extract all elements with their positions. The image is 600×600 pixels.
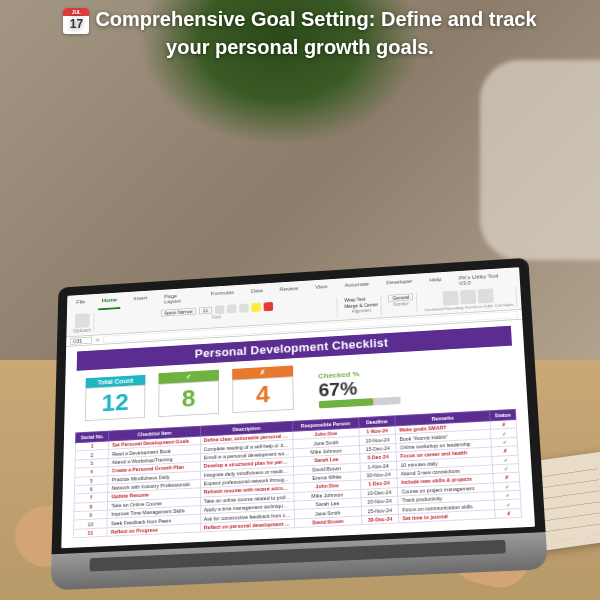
page-title: JUL 17 Comprehensive Goal Setting: Defin… xyxy=(0,6,600,60)
card-percent: Checked % 67% xyxy=(318,367,401,408)
tab-developer[interactable]: Developer xyxy=(382,276,416,292)
cell-styles-label: Cell Styles xyxy=(495,302,514,308)
font-size-select[interactable]: 11 xyxy=(199,307,212,315)
title-line-1: Comprehensive Goal Setting: Define and t… xyxy=(95,8,536,30)
merge-center-button[interactable]: Merge & Center xyxy=(344,302,378,309)
tab-formulas[interactable]: Formulas xyxy=(207,287,238,303)
name-box[interactable]: O31 xyxy=(70,336,92,344)
card-unchecked-value: 4 xyxy=(232,376,294,413)
bold-icon[interactable] xyxy=(215,305,224,314)
group-alignment-label: Alignment xyxy=(352,308,371,314)
tab-home[interactable]: Home xyxy=(98,295,121,310)
tab-page-layout[interactable]: Page Layout xyxy=(160,290,197,306)
italic-icon[interactable] xyxy=(227,304,236,313)
paste-icon[interactable] xyxy=(75,313,90,328)
card-percent-value: 67% xyxy=(318,378,357,401)
excel-window: File Home Insert Page Layout Formulas Da… xyxy=(61,267,535,548)
laptop-screen: File Home Insert Page Layout Formulas Da… xyxy=(52,258,546,555)
group-styles: Conditional Formatting Format as Table C… xyxy=(421,287,518,312)
cell-styles-icon[interactable] xyxy=(478,288,494,303)
checklist-table: Serial No. Checklist Item Description Re… xyxy=(73,409,522,539)
title-line-2: your personal growth goals. xyxy=(0,34,600,60)
format-table-icon[interactable] xyxy=(460,289,476,304)
person-blur xyxy=(480,60,600,260)
font-name-select[interactable]: Aptos Narrow xyxy=(161,307,197,316)
card-checked-value: 8 xyxy=(158,380,219,417)
card-total: Total Count 12 xyxy=(85,375,146,421)
group-alignment: Wrap Text Merge & Center Alignment xyxy=(341,295,382,317)
fx-icon[interactable]: fx xyxy=(96,337,100,342)
calendar-icon: JUL 17 xyxy=(63,8,89,34)
calendar-day: 17 xyxy=(63,16,89,34)
tab-automate[interactable]: Automate xyxy=(341,279,373,295)
laptop: File Home Insert Page Layout Formulas Da… xyxy=(51,258,548,591)
cell-status: ✗ xyxy=(495,508,521,518)
cell-serial: 11 xyxy=(73,527,107,537)
tab-review[interactable]: Review xyxy=(276,283,302,299)
group-clipboard: Clipboard xyxy=(70,313,95,334)
fill-color-icon[interactable] xyxy=(251,303,261,312)
cell-person: David Brown xyxy=(295,516,362,528)
tab-data[interactable]: Data xyxy=(247,286,267,301)
fmt-table-label: Format as Table xyxy=(465,303,493,309)
calendar-month: JUL xyxy=(63,8,89,16)
group-clipboard-label: Clipboard xyxy=(73,328,91,333)
group-number: General Number xyxy=(385,293,417,314)
tab-view[interactable]: View xyxy=(311,282,331,297)
underline-icon[interactable] xyxy=(239,303,248,312)
number-format-select[interactable]: General xyxy=(388,293,413,302)
font-color-icon[interactable] xyxy=(263,302,273,311)
tab-insert[interactable]: Insert xyxy=(130,293,151,308)
card-checked: ✓ 8 xyxy=(158,370,219,417)
cond-fmt-label: Conditional Formatting xyxy=(424,305,463,312)
card-total-value: 12 xyxy=(85,384,145,420)
conditional-formatting-icon[interactable] xyxy=(443,290,459,305)
cell-deadline: 30-Dec-24 xyxy=(361,514,399,525)
worksheet: Personal Development Checklist Total Cou… xyxy=(61,320,535,549)
group-font-label: Font xyxy=(212,315,220,320)
tab-help[interactable]: Help xyxy=(426,274,446,289)
card-unchecked: ✗ 4 xyxy=(232,365,294,413)
tab-file[interactable]: File xyxy=(72,297,88,312)
group-number-label: Number xyxy=(393,301,409,306)
